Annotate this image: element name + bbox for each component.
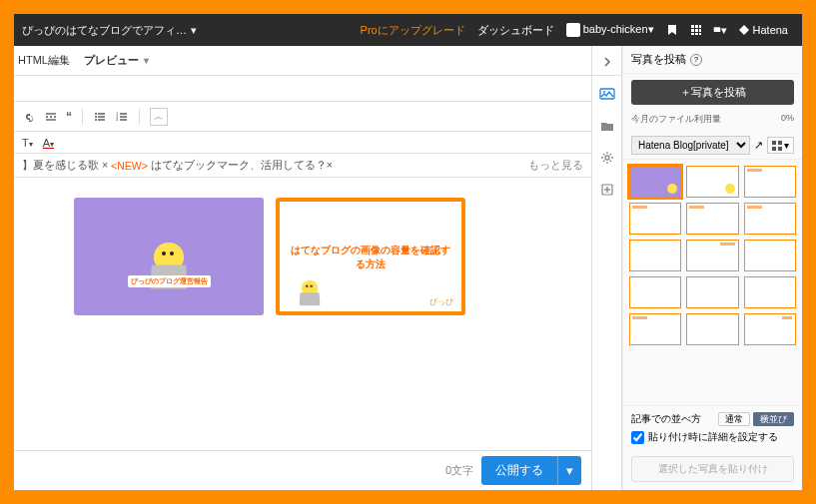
text-size-button[interactable]: T▾	[22, 137, 33, 149]
photo-thumb[interactable]	[686, 203, 738, 235]
svg-rect-20	[120, 113, 127, 114]
svg-rect-1	[695, 25, 698, 28]
topic-tag[interactable]: 】夏を感じる歌 ×	[22, 159, 108, 173]
photo-grid	[623, 160, 802, 405]
link-icon[interactable]	[22, 110, 36, 124]
photo-thumb[interactable]	[744, 276, 796, 308]
panel-header: 写真を投稿 ?	[623, 46, 802, 74]
order-normal-button[interactable]: 通常	[718, 412, 750, 426]
svg-text:3: 3	[116, 117, 119, 122]
image-card-2[interactable]: はてなブログの画像の容量を確認する方法 ぴっぴ	[276, 198, 465, 315]
checkbox-input[interactable]	[631, 431, 644, 444]
tab-preview[interactable]: プレビュー▼	[84, 53, 151, 68]
grid-apps-icon[interactable]	[689, 23, 703, 37]
photo-panel: 写真を投稿 ? ＋写真を投稿 今月のファイル利用量 0% Hatena Blog…	[622, 46, 802, 490]
card-signature: ぴっぴ	[429, 296, 453, 307]
user-menu[interactable]: baby-chicken▾	[566, 23, 654, 37]
detail-on-paste-checkbox[interactable]: 貼り付け時に詳細を設定する	[631, 430, 794, 444]
card-caption: ぴっぴのブログ運営報告	[128, 275, 211, 287]
caret-down-icon: ▾	[191, 24, 197, 36]
collapse-panel-button[interactable]	[592, 48, 621, 76]
bookmark-icon[interactable]	[665, 23, 679, 37]
card-title: はてなブログの画像の容量を確認する方法	[290, 244, 451, 271]
chat-icon[interactable]: ▾	[713, 23, 727, 37]
category-panel-button[interactable]	[593, 112, 621, 140]
blog-title-menu[interactable]: ぴっぴのはてなブログでアフィ…▾	[22, 23, 197, 38]
svg-rect-5	[699, 29, 701, 32]
photo-thumb[interactable]	[629, 240, 681, 271]
svg-rect-31	[772, 141, 776, 145]
text-color-button[interactable]: A▾	[43, 137, 54, 149]
list-ol-icon[interactable]: 123	[115, 110, 129, 124]
svg-rect-9	[713, 27, 720, 32]
new-badge: <NEW>	[111, 160, 148, 172]
photo-thumb[interactable]	[744, 240, 796, 271]
list-ul-icon[interactable]	[93, 110, 107, 124]
svg-rect-3	[691, 29, 694, 32]
folder-select[interactable]: Hatena Blog[private]	[631, 136, 750, 155]
avatar-icon	[566, 23, 580, 37]
svg-point-27	[605, 156, 609, 160]
pro-upgrade-link[interactable]: Proにアップグレード	[361, 23, 465, 38]
order-label: 記事での並べ方	[631, 412, 701, 426]
editor-canvas[interactable]: ぴっぴのブログ運営報告 はてなブログの画像の容量を確認する方法 ぴっぴ	[14, 178, 591, 450]
help-icon[interactable]: ?	[690, 54, 702, 66]
photo-thumb[interactable]	[744, 166, 796, 198]
svg-point-15	[95, 116, 97, 118]
svg-rect-33	[772, 147, 776, 151]
settings-panel-button[interactable]	[593, 144, 621, 172]
photo-thumb[interactable]	[686, 313, 738, 345]
read-more-icon[interactable]	[44, 110, 58, 124]
photo-thumb[interactable]	[629, 276, 681, 308]
format-row: T▾ A▾	[14, 132, 591, 154]
svg-rect-18	[98, 119, 105, 120]
svg-rect-34	[778, 147, 782, 151]
svg-point-17	[95, 119, 97, 121]
editor-toolbar: “ 123 ︿	[14, 102, 591, 132]
post-title-input[interactable]	[14, 76, 591, 102]
char-count: 0文字	[445, 463, 473, 478]
svg-rect-14	[98, 113, 105, 114]
insert-photos-button[interactable]: 選択した写真を貼り付け	[631, 456, 794, 482]
add-panel-button[interactable]	[593, 176, 621, 204]
dashboard-link[interactable]: ダッシュボード	[477, 23, 554, 38]
editor-tabs: HTML編集 プレビュー▼	[14, 46, 591, 76]
photo-thumb[interactable]	[744, 313, 796, 345]
svg-point-26	[603, 91, 605, 93]
tab-html-edit[interactable]: HTML編集	[18, 53, 70, 68]
svg-rect-16	[98, 116, 105, 117]
side-rail	[592, 46, 622, 490]
photo-thumb[interactable]	[686, 276, 738, 308]
photo-thumb[interactable]	[686, 240, 738, 271]
more-topics-link[interactable]: もっと見る	[528, 159, 583, 173]
hatena-brand-link[interactable]: Hatena	[738, 24, 788, 36]
editor-footer: 0文字 公開する ▾	[14, 450, 591, 490]
svg-rect-7	[695, 33, 698, 35]
collapse-toolbar-icon[interactable]: ︿	[150, 108, 168, 126]
usage-label: 今月のファイル利用量	[631, 113, 721, 126]
svg-rect-22	[120, 116, 127, 117]
photo-thumb[interactable]	[629, 203, 681, 235]
svg-rect-0	[691, 25, 694, 28]
open-external-icon[interactable]: ↗	[754, 139, 763, 152]
svg-rect-2	[699, 25, 701, 28]
svg-rect-32	[778, 141, 782, 145]
order-horizontal-button[interactable]: 横並び	[753, 412, 794, 426]
caret-down-icon: ▼	[142, 56, 151, 66]
usage-value: 0%	[781, 113, 794, 126]
image-card-1[interactable]: ぴっぴのブログ運営報告	[74, 198, 264, 315]
quote-icon[interactable]: “	[66, 110, 72, 124]
svg-rect-6	[691, 33, 694, 35]
photo-thumb[interactable]	[629, 313, 681, 345]
publish-options-button[interactable]: ▾	[557, 456, 581, 485]
photo-thumb[interactable]	[686, 166, 738, 198]
view-mode-switch[interactable]: ▾	[767, 137, 794, 154]
upload-photo-button[interactable]: ＋写真を投稿	[631, 80, 794, 105]
topic-tag[interactable]: はてなブックマーク、活用してる？×	[151, 159, 333, 173]
svg-rect-8	[699, 33, 701, 35]
photo-thumb[interactable]	[629, 166, 681, 198]
topic-tags-row: 】夏を感じる歌 × <NEW> はてなブックマーク、活用してる？× もっと見る	[14, 154, 591, 178]
publish-button[interactable]: 公開する	[481, 456, 557, 485]
photo-thumb[interactable]	[744, 203, 796, 235]
photo-panel-button[interactable]	[593, 80, 621, 108]
